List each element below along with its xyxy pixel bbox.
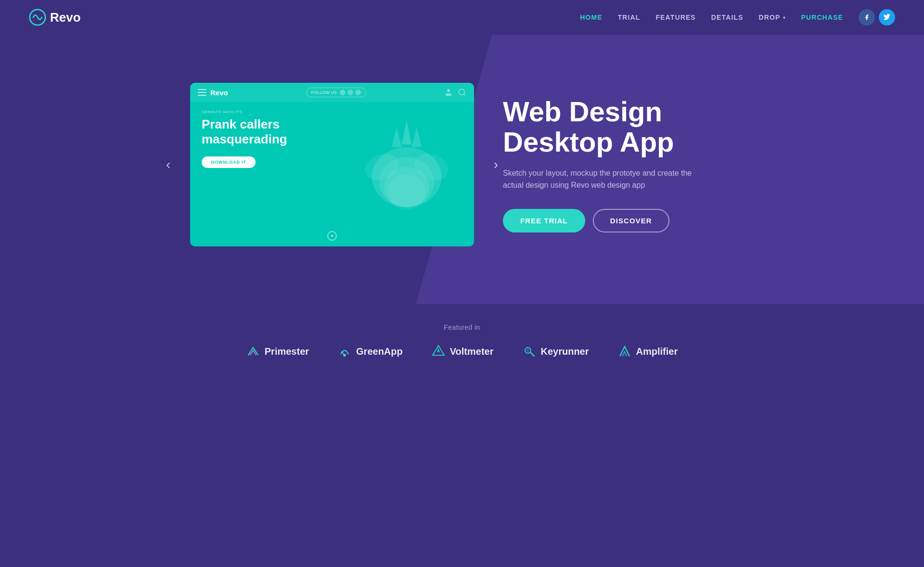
- logo-icon: [29, 9, 46, 26]
- nav-drop-link[interactable]: DROP: [759, 13, 781, 21]
- svg-marker-8: [402, 120, 412, 145]
- mockup-user-icon: [444, 88, 453, 97]
- svg-point-17: [526, 349, 529, 352]
- mockup-social-icons: [340, 90, 361, 95]
- featured-greenapp: GreenApp: [338, 345, 403, 358]
- keyrunner-label: Keyrunner: [541, 346, 589, 357]
- featured-voltmeter: Voltmeter: [432, 345, 494, 358]
- svg-line-13: [342, 351, 345, 355]
- mockup-follow-label: FOLLOW US: [311, 90, 337, 95]
- mockup-headline: Prank callers masquerading: [202, 117, 327, 147]
- logo-text: Revo: [50, 10, 81, 25]
- carousel-wrapper: Revo FOLLOW US: [190, 83, 474, 246]
- mockup-social-icon-1: [340, 90, 346, 95]
- nav-details[interactable]: DETAILS: [711, 13, 744, 21]
- nav-links: HOME TRIAL FEATURES DETAILS DROP ▾ PURCH…: [580, 13, 843, 22]
- mockup-follow-bar: FOLLOW US: [306, 88, 366, 97]
- featured-primester: Primester: [246, 345, 309, 358]
- mockup-search-icon: [458, 88, 466, 97]
- logo-link[interactable]: Revo: [29, 9, 81, 26]
- mockup-topbar: Revo FOLLOW US: [190, 83, 474, 102]
- amplifier-icon: [618, 345, 631, 358]
- mockup-logo: Revo: [210, 89, 228, 97]
- twitter-link[interactable]: [879, 9, 895, 26]
- nav-social: [859, 9, 895, 26]
- svg-marker-7: [392, 127, 402, 147]
- carousel-next-button[interactable]: ›: [494, 157, 498, 172]
- hero-subtitle: Sketch your layout, mockup the prototye …: [503, 167, 695, 192]
- primester-icon: [246, 345, 260, 358]
- featured-label: Featured in: [29, 323, 895, 331]
- navbar: Revo HOME TRIAL FEATURES DETAILS DROP ▾ …: [0, 0, 924, 35]
- mockup-scroll-dot: [331, 235, 333, 237]
- svg-marker-9: [411, 127, 422, 147]
- nav-features[interactable]: FEATURES: [655, 13, 695, 21]
- mockup-blob-decoration: [349, 102, 464, 232]
- mockup-download-button[interactable]: DOWNLOAD IT: [202, 156, 256, 168]
- mockup-social-icon-3: [355, 90, 361, 95]
- featured-amplifier: Amplifier: [618, 345, 678, 358]
- facebook-icon: [863, 14, 870, 21]
- svg-line-2: [463, 94, 465, 95]
- featured-section: Featured in Primester GreenApp: [0, 304, 924, 387]
- featured-logos: Primester GreenApp Voltmeter: [29, 345, 895, 358]
- mockup-topbar-left: Revo: [198, 89, 228, 97]
- hero-right: Web DesignDesktop App Sketch your layout…: [503, 97, 734, 232]
- amplifier-label: Amplifier: [636, 346, 678, 357]
- voltmeter-icon: [432, 345, 445, 358]
- nav-trial[interactable]: TRIAL: [618, 13, 641, 21]
- free-trial-button[interactable]: FREE TRIAL: [503, 209, 585, 232]
- hero-left: ‹ Revo FOLLOW US: [190, 83, 474, 246]
- svg-line-16: [530, 352, 534, 356]
- mockup-topbar-right: [444, 88, 466, 97]
- hero-section: ‹ Revo FOLLOW US: [0, 35, 924, 304]
- facebook-link[interactable]: [859, 9, 875, 26]
- mockup-social-icon-2: [347, 90, 353, 95]
- featured-keyrunner: Keyrunner: [523, 345, 589, 358]
- nav-home[interactable]: HOME: [580, 13, 602, 21]
- chevron-down-icon: ▾: [783, 15, 785, 20]
- mockup-scroll-indicator: [327, 231, 337, 241]
- svg-point-1: [459, 89, 464, 95]
- twitter-icon: [884, 14, 890, 21]
- svg-point-6: [388, 175, 426, 210]
- keyrunner-icon: [523, 345, 536, 358]
- mockup-card: Revo FOLLOW US: [190, 83, 474, 246]
- mockup-content: GEMALTO SAYS IT'S Prank callers masquera…: [190, 102, 474, 246]
- voltmeter-label: Voltmeter: [450, 346, 494, 357]
- hero-title: Web DesignDesktop App: [503, 97, 734, 157]
- nav-drop[interactable]: DROP ▾: [759, 13, 786, 21]
- hamburger-icon: [198, 89, 206, 96]
- greenapp-label: GreenApp: [356, 346, 403, 357]
- primester-label: Primester: [265, 346, 309, 357]
- hero-buttons: FREE TRIAL DISCOVER: [503, 209, 734, 232]
- nav-purchase[interactable]: PURCHASE: [801, 13, 843, 21]
- carousel-prev-button[interactable]: ‹: [166, 157, 170, 172]
- discover-button[interactable]: DISCOVER: [593, 209, 669, 232]
- greenapp-icon: [338, 345, 351, 358]
